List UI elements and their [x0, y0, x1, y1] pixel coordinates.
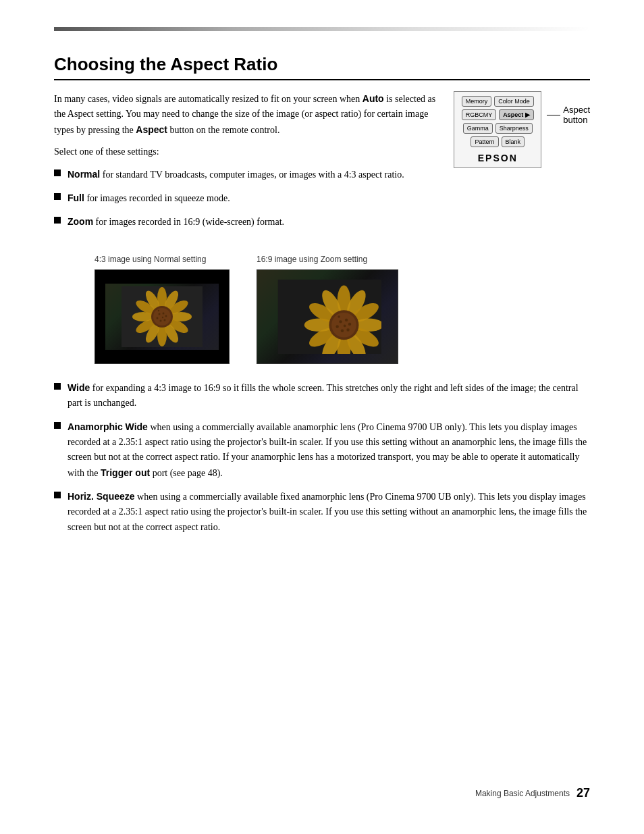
- normal-image-block: 4:3 image using Normal setting: [95, 255, 230, 364]
- dark-right: [219, 270, 229, 363]
- svg-point-38: [339, 320, 342, 323]
- svg-point-16: [163, 312, 165, 314]
- blank-btn: Blank: [502, 136, 525, 147]
- normal-image-caption: 4:3 image using Normal setting: [95, 255, 230, 264]
- aspect-label-area: Aspectbutton: [547, 105, 590, 125]
- epson-brand: EPSON: [460, 153, 535, 163]
- intro-section: In many cases, video signals are automat…: [54, 91, 590, 241]
- sharpness-btn: Sharpness: [495, 123, 533, 134]
- page-title: Choosing the Aspect Ratio: [54, 54, 590, 80]
- anamorphic-setting-text: Anamorphic Wide when using a commerciall…: [68, 419, 590, 481]
- svg-point-22: [162, 317, 163, 318]
- memory-btn: Memory: [462, 96, 492, 107]
- bullet-icon: [54, 170, 61, 176]
- wide-setting-text: Wide for expanding a 4:3 image to 16:9 s…: [68, 380, 590, 411]
- intro-text-3: button on the remote control.: [167, 125, 279, 135]
- svg-point-15: [159, 313, 161, 315]
- rgbcmy-btn: RGBCMY: [462, 109, 497, 120]
- gamma-btn: Gamma: [463, 123, 493, 134]
- wide-keyword: Wide: [68, 382, 90, 393]
- list-item-wide: Wide for expanding a 4:3 image to 16:9 s…: [54, 380, 590, 411]
- normal-image: [95, 269, 230, 364]
- svg-point-43: [336, 325, 338, 328]
- zoom-keyword: Zoom: [68, 216, 93, 227]
- horiz-setting-text: Horiz. Squeeze when using a commercially…: [68, 489, 590, 535]
- svg-point-18: [164, 319, 166, 321]
- list-item-horiz: Horiz. Squeeze when using a commercially…: [54, 489, 590, 535]
- bullet-icon: [54, 492, 61, 498]
- zoom-setting-text: Zoom for images recorded in 16:9 (wide-s…: [68, 214, 440, 230]
- remote-row-3: Gamma Sharpness: [460, 123, 535, 134]
- zoom-image-caption: 16:9 image using Zoom setting: [257, 255, 398, 264]
- svg-point-21: [158, 310, 159, 311]
- list-item-zoom: Zoom for images recorded in 16:9 (wide-s…: [54, 214, 440, 230]
- auto-keyword: Auto: [363, 93, 384, 104]
- svg-point-20: [157, 317, 159, 319]
- horiz-keyword: Horiz. Squeeze: [68, 491, 135, 502]
- images-section: 4:3 image using Normal setting: [95, 255, 590, 364]
- intro-paragraph: In many cases, video signals are automat…: [54, 91, 440, 138]
- sunflower-svg-normal: [122, 286, 203, 347]
- svg-point-40: [348, 323, 351, 325]
- anamorphic-keyword: Anamorphic Wide: [68, 421, 148, 432]
- pattern-btn: Pattern: [471, 136, 498, 147]
- trigger-keyword: Trigger out: [101, 467, 150, 478]
- footer-section-label: Making Basic Adjustments: [475, 789, 570, 798]
- remote-row-1: Memory Color Mode: [460, 96, 535, 107]
- list-item-normal: Normal for standard TV broadcasts, compu…: [54, 167, 440, 182]
- svg-point-44: [338, 315, 340, 318]
- svg-point-41: [346, 328, 349, 331]
- zoom-image-block: 16:9 image using Zoom setting: [257, 255, 398, 364]
- aspect-button-label: Aspectbutton: [563, 105, 590, 125]
- full-keyword: Full: [68, 192, 84, 203]
- sunflower-svg-zoom: [273, 280, 381, 354]
- remote-diagram: Memory Color Mode RGBCMY Aspect ▶ Gamma …: [454, 91, 590, 241]
- footer-page-number: 27: [576, 786, 590, 800]
- dark-left: [95, 270, 105, 363]
- page-footer: Making Basic Adjustments 27: [54, 786, 590, 800]
- svg-point-17: [165, 315, 167, 317]
- svg-point-45: [344, 324, 346, 327]
- remote-panel: Memory Color Mode RGBCMY Aspect ▶ Gamma …: [454, 91, 541, 168]
- page-content: Choosing the Aspect Ratio In many cases,…: [54, 54, 590, 535]
- remote-row-2: RGBCMY Aspect ▶: [460, 109, 535, 120]
- bullet-icon: [54, 383, 61, 390]
- list-item-full: Full for images recorded in squeeze mode…: [54, 190, 440, 206]
- page-container: Choosing the Aspect Ratio In many cases,…: [0, 0, 644, 834]
- svg-point-19: [160, 319, 162, 321]
- list-item-anamorphic: Anamorphic Wide when using a commerciall…: [54, 419, 590, 481]
- select-prompt: Select one of these settings:: [54, 145, 440, 159]
- intro-text-1: In many cases, video signals are automat…: [54, 94, 363, 104]
- svg-point-39: [345, 318, 348, 321]
- bullet-icon: [54, 422, 61, 429]
- bullet-icon: [54, 217, 61, 224]
- intro-text: In many cases, video signals are automat…: [54, 91, 440, 241]
- colormode-btn: Color Mode: [494, 96, 534, 107]
- zoom-image: [257, 269, 398, 364]
- top-decorative-bar: [54, 27, 590, 31]
- aspect-arrow-line: [547, 115, 560, 115]
- remote-row-4: Pattern Blank: [460, 136, 535, 147]
- normal-keyword: Normal: [68, 169, 100, 180]
- aspect-btn: Aspect ▶: [499, 109, 534, 120]
- settings-list-2: Wide for expanding a 4:3 image to 16:9 s…: [54, 380, 590, 536]
- full-setting-text: Full for images recorded in squeeze mode…: [68, 190, 440, 206]
- aspect-keyword: Aspect: [136, 124, 167, 135]
- bullet-icon: [54, 193, 61, 200]
- normal-setting-text: Normal for standard TV broadcasts, compu…: [68, 167, 440, 182]
- svg-point-14: [153, 308, 171, 325]
- svg-point-42: [341, 329, 344, 332]
- settings-list-1: Normal for standard TV broadcasts, compu…: [54, 167, 440, 230]
